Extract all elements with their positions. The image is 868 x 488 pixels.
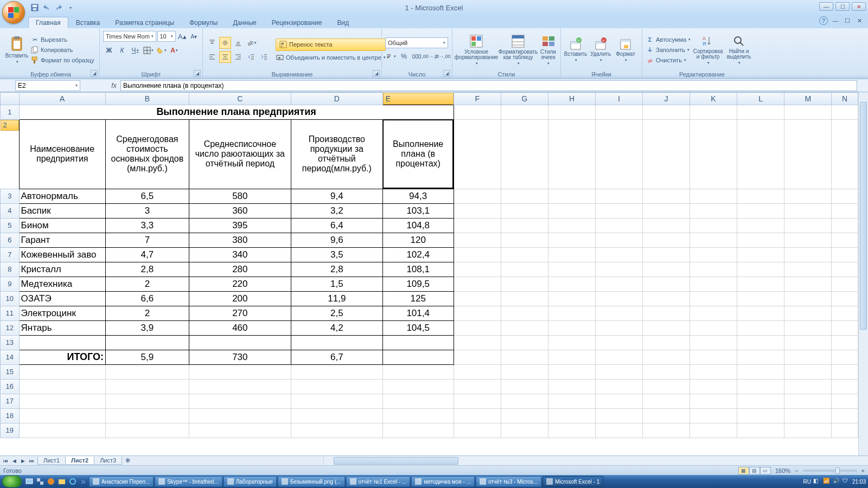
- cell[interactable]: 102,4: [382, 247, 454, 262]
- font-size-select[interactable]: 10▾: [157, 31, 176, 42]
- cell[interactable]: [832, 277, 858, 291]
- cell[interactable]: [737, 105, 784, 119]
- cell[interactable]: [548, 262, 595, 277]
- cell[interactable]: 3,3: [105, 218, 189, 233]
- cell[interactable]: [737, 277, 784, 291]
- sheet-nav-next-icon[interactable]: ▶: [18, 457, 27, 465]
- cell[interactable]: [19, 394, 105, 408]
- cell[interactable]: [501, 335, 548, 350]
- sheet-tab[interactable]: Лист3: [94, 457, 122, 465]
- ql-ie-icon[interactable]: [68, 477, 78, 486]
- cell[interactable]: [548, 247, 595, 262]
- column-header[interactable]: D: [291, 93, 382, 105]
- redo-icon[interactable]: [54, 3, 63, 12]
- cell[interactable]: [501, 233, 548, 247]
- cell[interactable]: [737, 247, 784, 262]
- cell[interactable]: 1,5: [291, 277, 382, 291]
- help-icon[interactable]: ?: [819, 16, 828, 25]
- cell[interactable]: 109,5: [382, 277, 454, 291]
- cell[interactable]: [642, 277, 690, 291]
- find-select-button[interactable]: Найти и выделить▾: [725, 30, 752, 69]
- cell[interactable]: [642, 320, 690, 335]
- cell[interactable]: [642, 262, 690, 277]
- format-table-button[interactable]: Форматировать как таблицу▾: [499, 30, 537, 69]
- minimize-button[interactable]: —: [819, 2, 833, 11]
- cell[interactable]: [454, 277, 501, 291]
- cell[interactable]: [454, 247, 501, 262]
- merge-center-button[interactable]: aОбъединить и поместить в центре▾: [276, 53, 386, 62]
- cell[interactable]: [454, 233, 501, 247]
- cell[interactable]: [784, 394, 832, 408]
- cell[interactable]: 340: [189, 247, 291, 262]
- row-header[interactable]: 6: [1, 233, 20, 247]
- cell[interactable]: [501, 119, 548, 189]
- sheet-tab[interactable]: Лист1: [37, 457, 66, 465]
- cell[interactable]: [501, 262, 548, 277]
- cell[interactable]: [596, 119, 643, 189]
- cell[interactable]: [690, 218, 737, 233]
- taskbar-item[interactable]: Skype™ - breathed...: [155, 476, 222, 487]
- ribbon-close-icon[interactable]: ✕: [855, 16, 864, 25]
- horizontal-scrollbar[interactable]: [323, 457, 868, 465]
- cell[interactable]: 270: [189, 306, 291, 320]
- autosum-button[interactable]: ΣАвтосумма▾: [646, 35, 691, 44]
- conditional-format-button[interactable]: Условное форматирование▾: [456, 30, 497, 69]
- cell[interactable]: [548, 203, 595, 218]
- cell[interactable]: Автонормаль: [19, 189, 105, 203]
- cell[interactable]: [382, 379, 454, 394]
- row-header[interactable]: 5: [1, 218, 20, 233]
- taskbar-item[interactable]: Microsoft Excel - 1: [542, 476, 603, 487]
- cell[interactable]: [548, 291, 595, 306]
- cell[interactable]: [501, 105, 548, 119]
- row-header[interactable]: 1: [1, 105, 20, 119]
- cell[interactable]: [382, 335, 454, 350]
- cell[interactable]: [382, 394, 454, 408]
- cell[interactable]: [548, 364, 595, 379]
- cell[interactable]: [737, 233, 784, 247]
- cell[interactable]: [642, 119, 690, 189]
- cell[interactable]: [642, 350, 690, 364]
- cell[interactable]: [784, 218, 832, 233]
- cell[interactable]: [596, 350, 643, 364]
- cell[interactable]: 94,3: [382, 189, 454, 203]
- cell[interactable]: [832, 306, 858, 320]
- cell[interactable]: [596, 306, 643, 320]
- number-format-select[interactable]: Общий▾: [385, 37, 448, 48]
- cell[interactable]: 580: [189, 189, 291, 203]
- cell[interactable]: Бином: [19, 218, 105, 233]
- cell[interactable]: [737, 379, 784, 394]
- cell[interactable]: [454, 105, 501, 119]
- cell[interactable]: [642, 247, 690, 262]
- row-header[interactable]: 4: [1, 203, 20, 218]
- cell[interactable]: [832, 394, 858, 408]
- cell[interactable]: [642, 394, 690, 408]
- cell[interactable]: 3,5: [291, 247, 382, 262]
- align-left-icon[interactable]: [206, 51, 218, 63]
- cell[interactable]: [832, 218, 858, 233]
- cell[interactable]: 360: [189, 203, 291, 218]
- row-header[interactable]: 14: [1, 350, 20, 364]
- cell[interactable]: [382, 423, 454, 438]
- tab-data[interactable]: Данные: [225, 17, 264, 28]
- cell[interactable]: [189, 394, 291, 408]
- cell[interactable]: [291, 364, 382, 379]
- column-header[interactable]: A: [19, 93, 105, 105]
- cell[interactable]: 108,1: [382, 262, 454, 277]
- cell[interactable]: [596, 218, 643, 233]
- cell[interactable]: [784, 320, 832, 335]
- cell[interactable]: Наимсенование предприятия: [19, 119, 105, 189]
- cell[interactable]: [832, 423, 858, 438]
- column-header[interactable]: G: [501, 93, 548, 105]
- cell[interactable]: [596, 203, 643, 218]
- zoom-out-button[interactable]: −: [795, 467, 798, 474]
- cell[interactable]: [105, 379, 189, 394]
- cell[interactable]: [642, 189, 690, 203]
- tab-home[interactable]: Главная: [28, 17, 68, 28]
- undo-icon[interactable]: [42, 3, 52, 12]
- cell[interactable]: [548, 335, 595, 350]
- cell[interactable]: [784, 379, 832, 394]
- column-header[interactable]: E: [383, 93, 454, 105]
- cell[interactable]: ОЗАТЭ: [19, 291, 105, 306]
- zoom-slider[interactable]: [803, 470, 857, 472]
- copy-button[interactable]: Копировать: [30, 46, 94, 54]
